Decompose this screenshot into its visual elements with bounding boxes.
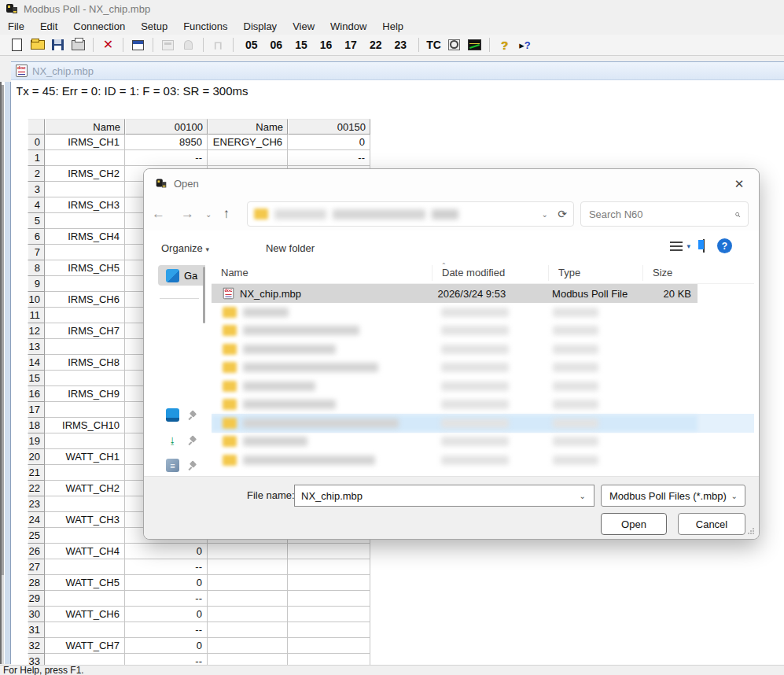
grid-cell[interactable] bbox=[208, 622, 288, 638]
column-header-size[interactable]: Size bbox=[642, 265, 705, 281]
pulse-icon[interactable]: ⊓ bbox=[209, 36, 227, 53]
column-header-date[interactable]: Date modified bbox=[432, 265, 548, 281]
grid-cell[interactable]: 8950 bbox=[125, 135, 208, 150]
up-icon[interactable]: ↑ bbox=[215, 206, 237, 222]
grid-cell[interactable] bbox=[45, 496, 125, 512]
delete-icon[interactable]: ✕ bbox=[99, 36, 117, 53]
grid-cell[interactable] bbox=[288, 607, 370, 622]
grid-cell[interactable]: -- bbox=[125, 150, 208, 166]
grid-cell[interactable]: 0 bbox=[125, 607, 208, 622]
function-button-23[interactable]: 23 bbox=[391, 39, 410, 51]
open-icon[interactable] bbox=[28, 36, 46, 53]
new-icon[interactable] bbox=[8, 36, 26, 53]
sidebar-item-desktop[interactable] bbox=[166, 408, 197, 422]
grid-cell[interactable]: IRMS_CH7 bbox=[45, 323, 125, 339]
function-button-17[interactable]: 17 bbox=[341, 39, 360, 51]
function-button-06[interactable]: 06 bbox=[267, 39, 286, 51]
grid-cell[interactable] bbox=[208, 559, 288, 575]
function-button-22[interactable]: 22 bbox=[366, 39, 385, 51]
menu-item-window[interactable]: Window bbox=[322, 18, 374, 35]
redacted-row[interactable] bbox=[212, 433, 754, 452]
alarm-icon[interactable] bbox=[179, 36, 197, 53]
file-row-selected[interactable]: NX_chip.mbp 2026/3/24 9:53 Modbus Poll F… bbox=[212, 284, 698, 303]
grid-cell[interactable]: -- bbox=[125, 559, 208, 575]
grid-cell[interactable]: WATT_CH6 bbox=[45, 607, 125, 622]
redacted-row[interactable] bbox=[212, 396, 754, 415]
grid-cell[interactable]: WATT_CH7 bbox=[45, 638, 125, 654]
grid-cell[interactable] bbox=[208, 575, 288, 591]
sidebar-scrollbar[interactable] bbox=[203, 267, 205, 323]
sidebar-item-gallery[interactable]: Ga bbox=[158, 265, 205, 286]
grid-cell[interactable] bbox=[45, 371, 125, 386]
menu-item-setup[interactable]: Setup bbox=[133, 18, 175, 35]
view-list-button[interactable]: ▾ bbox=[670, 242, 690, 251]
grid-cell[interactable]: WATT_CH4 bbox=[45, 544, 125, 559]
grid-cell[interactable] bbox=[45, 402, 125, 418]
grid-cell[interactable] bbox=[45, 559, 125, 575]
function-button-16[interactable]: 16 bbox=[317, 39, 336, 51]
grid-cell[interactable]: WATT_CH5 bbox=[45, 575, 125, 591]
window-setup-icon[interactable] bbox=[129, 36, 147, 53]
dialog-title-bar[interactable]: Open ✕ bbox=[144, 169, 759, 197]
poll-definition-icon[interactable] bbox=[159, 36, 177, 53]
context-help-icon[interactable]: ▸? bbox=[516, 36, 534, 53]
grid-cell[interactable]: 0 bbox=[125, 638, 208, 654]
forward-icon[interactable]: → bbox=[173, 206, 202, 222]
redacted-row[interactable] bbox=[212, 340, 754, 359]
grid-cell[interactable] bbox=[288, 638, 370, 654]
zoom-window-icon[interactable] bbox=[445, 36, 463, 53]
grid-cell[interactable]: 0 bbox=[125, 575, 208, 591]
address-dropdown-icon[interactable]: ⌄ bbox=[542, 210, 548, 219]
grid-cell[interactable] bbox=[288, 559, 370, 575]
save-icon[interactable] bbox=[49, 36, 67, 53]
resize-grip[interactable] bbox=[748, 528, 754, 534]
grid-cell[interactable]: -- bbox=[125, 622, 208, 638]
function-button-15[interactable]: 15 bbox=[292, 39, 311, 51]
grid-cell[interactable] bbox=[45, 182, 125, 197]
print-icon[interactable] bbox=[69, 36, 87, 53]
grid-cell[interactable] bbox=[45, 433, 125, 449]
menu-item-functions[interactable]: Functions bbox=[175, 18, 235, 35]
grid-cell[interactable] bbox=[288, 575, 370, 591]
grid-cell[interactable]: IRMS_CH8 bbox=[45, 355, 125, 371]
organize-button[interactable]: Organize ▾ bbox=[153, 242, 217, 254]
grid-cell[interactable]: 0 bbox=[288, 135, 370, 150]
refresh-icon[interactable]: ⟳ bbox=[558, 208, 567, 220]
menu-item-help[interactable]: Help bbox=[374, 18, 411, 35]
grid-cell[interactable]: IRMS_CH10 bbox=[45, 418, 125, 433]
grid-cell[interactable]: IRMS_CH2 bbox=[45, 166, 125, 182]
document-title-bar[interactable]: NX_chip.mbp bbox=[11, 62, 784, 80]
redacted-row[interactable] bbox=[212, 303, 754, 322]
menu-item-file[interactable]: File bbox=[0, 18, 32, 35]
open-button[interactable]: Open bbox=[601, 513, 667, 535]
chart-icon[interactable] bbox=[466, 36, 484, 53]
grid-cell[interactable] bbox=[45, 308, 125, 323]
preview-pane-icon[interactable] bbox=[703, 240, 705, 252]
redacted-row[interactable] bbox=[212, 322, 754, 341]
test-center-button[interactable]: TC bbox=[425, 36, 443, 53]
history-chevron-icon[interactable]: ⌄ bbox=[202, 210, 215, 219]
menu-item-edit[interactable]: Edit bbox=[32, 18, 65, 35]
grid-cell[interactable] bbox=[45, 245, 125, 260]
file-name-dropdown-icon[interactable]: ⌄ bbox=[580, 492, 586, 500]
redacted-row[interactable] bbox=[212, 451, 754, 470]
search-input[interactable]: Search N60 ⌕ bbox=[580, 201, 749, 227]
column-header-name[interactable]: Name bbox=[212, 267, 432, 278]
close-icon[interactable]: ✕ bbox=[731, 175, 748, 193]
function-button-05[interactable]: 05 bbox=[242, 39, 261, 51]
grid-cell[interactable]: WATT_CH3 bbox=[45, 512, 125, 528]
grid-cell[interactable]: IRMS_CH4 bbox=[45, 229, 125, 245]
column-header-type[interactable]: Type bbox=[548, 265, 642, 281]
grid-cell[interactable] bbox=[45, 622, 125, 638]
grid-cell[interactable] bbox=[208, 544, 288, 559]
grid-cell[interactable]: -- bbox=[125, 591, 208, 607]
grid-cell[interactable] bbox=[288, 544, 370, 559]
grid-cell[interactable] bbox=[288, 591, 370, 607]
new-folder-button[interactable]: New folder bbox=[258, 242, 322, 254]
grid-cell[interactable]: WATT_CH2 bbox=[45, 481, 125, 496]
file-type-select[interactable]: Modbus Poll Files (*.mbp) ⌄ bbox=[601, 485, 745, 507]
grid-cell[interactable] bbox=[45, 150, 125, 166]
cancel-button[interactable]: Cancel bbox=[678, 513, 745, 535]
grid-cell[interactable]: WATT_CH1 bbox=[45, 449, 125, 465]
redacted-row-highlighted[interactable] bbox=[212, 414, 754, 433]
